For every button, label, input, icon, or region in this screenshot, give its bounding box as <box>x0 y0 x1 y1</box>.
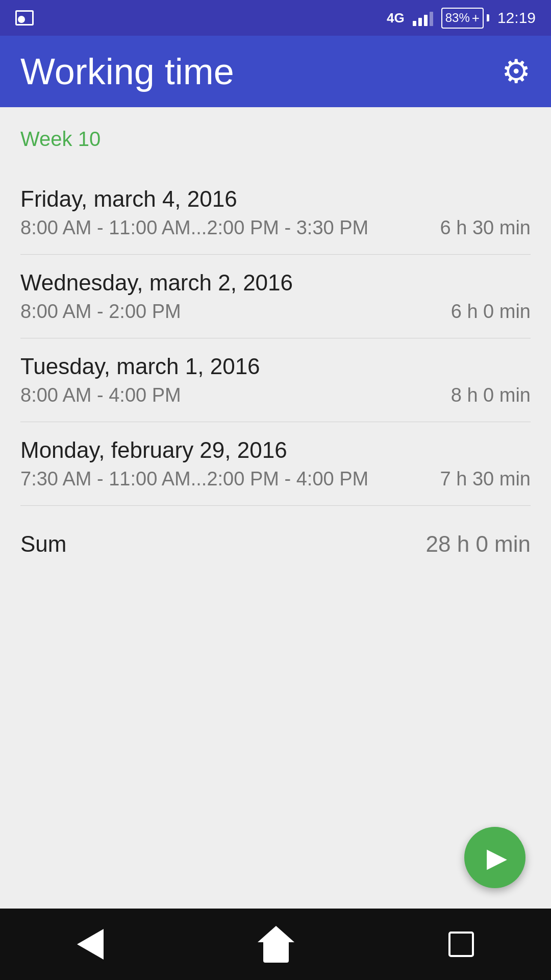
status-bar-left <box>15 10 34 26</box>
entry-duration: 7 h 30 min <box>440 468 531 490</box>
entry-duration: 6 h 30 min <box>440 217 531 239</box>
content-area: Week 10 Friday, march 4, 2016 8:00 AM - … <box>0 107 551 577</box>
entry-time: 7:30 AM - 11:00 AM...2:00 PM - 4:00 PM <box>20 468 368 490</box>
recents-button[interactable] <box>448 932 474 957</box>
thumbnail-icon <box>15 10 34 26</box>
status-bar: 4G 83% + 12:19 <box>0 0 551 36</box>
battery-level: 83% <box>445 11 470 25</box>
play-icon: ▶ <box>487 842 507 873</box>
home-roof-icon <box>258 926 294 942</box>
entry-time: 8:00 AM - 2:00 PM <box>20 301 181 323</box>
entry-detail: 8:00 AM - 11:00 AM...2:00 PM - 3:30 PM 6… <box>20 217 531 239</box>
sum-row: Sum 28 h 0 min <box>20 511 531 577</box>
entry-duration: 6 h 0 min <box>451 301 531 323</box>
signal-bars <box>413 10 433 26</box>
list-item[interactable]: Monday, february 29, 2016 7:30 AM - 11:0… <box>20 422 531 506</box>
entry-date: Friday, march 4, 2016 <box>20 186 531 212</box>
entry-detail: 8:00 AM - 2:00 PM 6 h 0 min <box>20 301 531 323</box>
battery-tip <box>487 14 489 21</box>
back-button[interactable] <box>77 929 104 960</box>
sum-value: 28 h 0 min <box>426 531 531 557</box>
list-item[interactable]: Friday, march 4, 2016 8:00 AM - 11:00 AM… <box>20 171 531 255</box>
app-title: Working time <box>20 51 234 92</box>
home-button[interactable] <box>258 926 294 963</box>
entry-date: Wednesday, march 2, 2016 <box>20 270 531 296</box>
signal-bar-3 <box>424 15 428 26</box>
nav-bar <box>0 909 551 980</box>
network-label: 4G <box>387 10 405 26</box>
entry-time: 8:00 AM - 4:00 PM <box>20 384 181 406</box>
entry-duration: 8 h 0 min <box>451 384 531 406</box>
app-bar: Working time ⚙ <box>0 36 551 107</box>
list-item[interactable]: Wednesday, march 2, 2016 8:00 AM - 2:00 … <box>20 255 531 338</box>
battery-plus: + <box>472 10 480 26</box>
entry-time: 8:00 AM - 11:00 AM...2:00 PM - 3:30 PM <box>20 217 368 239</box>
battery-container: 83% + <box>441 8 489 29</box>
fab-button[interactable]: ▶ <box>464 827 525 888</box>
status-bar-right: 4G 83% + 12:19 <box>387 8 536 29</box>
battery-box: 83% + <box>441 8 484 29</box>
home-body-icon <box>263 942 289 963</box>
entry-date: Monday, february 29, 2016 <box>20 437 531 463</box>
sum-label: Sum <box>20 531 66 557</box>
week-label: Week 10 <box>20 128 531 151</box>
signal-bar-1 <box>413 21 416 26</box>
list-item[interactable]: Tuesday, march 1, 2016 8:00 AM - 4:00 PM… <box>20 338 531 422</box>
signal-bar-4 <box>430 12 433 26</box>
clock: 12:19 <box>497 9 536 27</box>
entry-detail: 8:00 AM - 4:00 PM 8 h 0 min <box>20 384 531 406</box>
settings-icon[interactable]: ⚙ <box>502 53 531 90</box>
entry-detail: 7:30 AM - 11:00 AM...2:00 PM - 4:00 PM 7… <box>20 468 531 490</box>
signal-bar-2 <box>418 18 422 26</box>
entry-date: Tuesday, march 1, 2016 <box>20 354 531 379</box>
